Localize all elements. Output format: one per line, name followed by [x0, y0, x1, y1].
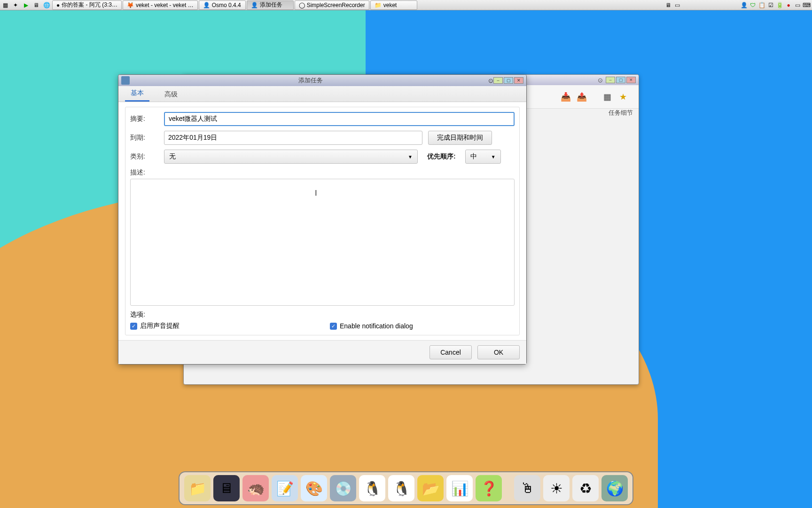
dialog-titlebar[interactable]: 添加任务 ⊙ – ▢ ✕ [118, 75, 526, 86]
minimize-button[interactable]: – [493, 77, 503, 84]
folder-icon: 📁 [375, 2, 382, 8]
sys-icon-2[interactable]: ▶ [22, 1, 30, 9]
dock-help-icon[interactable]: ❓ [476, 475, 502, 501]
star-icon[interactable]: ★ [617, 91, 629, 103]
dock-linux-icon[interactable]: 🐧 [388, 475, 414, 501]
description-textarea[interactable]: Ⅰ [130, 179, 515, 306]
priority-select[interactable]: 中 ▼ [465, 150, 501, 164]
dock-mouse-icon[interactable]: 🖱 [514, 475, 540, 501]
shield-icon[interactable]: 🛡 [749, 1, 757, 9]
description-label: 描述: [130, 168, 158, 177]
taskbar-app-2[interactable]: 👤Osmo 0.4.4 [199, 0, 246, 10]
close-button[interactable]: ✕ [626, 77, 636, 83]
keyboard-icon[interactable]: ⌨ [803, 1, 810, 9]
dialog-title: 添加任务 [133, 76, 488, 85]
options-label: 选项: [130, 310, 145, 318]
check-icon: ✓ [330, 323, 337, 330]
dock-chart-icon[interactable]: 📊 [446, 475, 473, 501]
app-icon [121, 76, 130, 85]
import-icon[interactable]: 📥 [560, 91, 572, 103]
task-icon[interactable]: ☑ [767, 1, 774, 9]
task-detail-label: 任务细节 [609, 109, 633, 117]
dock-monitor-icon[interactable]: 🖥 [213, 475, 240, 501]
system-tray: 🖥 ▭ 👤 🛡 📋 ☑ 🔋 ● ▭ ⌨ [664, 1, 812, 9]
export-icon[interactable]: 📤 [576, 91, 588, 103]
dock-qq-icon[interactable]: 🐧 [359, 475, 385, 501]
add-task-dialog: 添加任务 ⊙ – ▢ ✕ 基本 高级 摘要: 到期: 完成日期和时间 类别: [118, 74, 527, 365]
dock-pet-icon[interactable]: 🦔 [242, 475, 269, 501]
chevron-down-icon: ▼ [491, 154, 496, 159]
sys-icon-4[interactable]: 🌐 [42, 1, 51, 9]
roll-icon[interactable]: ⊙ [598, 77, 603, 84]
dock-files-icon[interactable]: 📁 [184, 475, 211, 501]
tab-basic[interactable]: 基本 [125, 85, 149, 102]
dock-recycle-icon[interactable]: ♻ [572, 475, 599, 501]
sys-icon-1[interactable]: ✦ [11, 1, 20, 9]
dock: 📁 🖥 🦔 📝 🎨 💿 🐧 🐧 📂 📊 ❓ 🖱 ☀ ♻ 🌍 [179, 471, 633, 505]
ok-button[interactable]: OK [477, 345, 520, 359]
sys-icon-3[interactable]: 🖥 [32, 1, 40, 9]
desktop-switch-icon[interactable]: ▭ [673, 1, 681, 9]
dock-paint-icon[interactable]: 🎨 [301, 475, 327, 501]
notification-checkbox[interactable]: ✓ Enable notification dialog [330, 322, 413, 330]
complete-datetime-button[interactable]: 完成日期和时间 [428, 131, 492, 145]
taskbar: ▦ ✦ ▶ 🖥 🌐 ●你的答案 - 阿冗 (3:3… 🦊veket - veke… [0, 0, 812, 10]
roll-icon[interactable]: ⊙ [488, 77, 493, 84]
volume-icon[interactable]: ▭ [794, 1, 801, 9]
recorder-icon: ◯ [299, 2, 305, 8]
dock-folder-icon[interactable]: 📂 [417, 475, 444, 501]
desktop-switch-icon[interactable]: 🖥 [664, 1, 672, 9]
taskbar-app-3[interactable]: 👤添加任务 [247, 0, 294, 10]
music-icon: ● [56, 2, 60, 8]
taskbar-app-0[interactable]: ●你的答案 - 阿冗 (3:3… [52, 0, 122, 10]
summary-input[interactable] [164, 112, 515, 126]
form-group: 摘要: 到期: 完成日期和时间 类别: 无 ▼ 优先顺序: 中 ▼ [125, 107, 520, 335]
tab-advanced[interactable]: 高级 [159, 87, 183, 102]
summary-label: 摘要: [130, 115, 158, 123]
close-button[interactable]: ✕ [514, 77, 523, 84]
due-label: 到期: [130, 134, 158, 142]
taskbar-app-4[interactable]: ◯SimpleScreenRecorder [295, 0, 369, 10]
record-icon[interactable]: ● [785, 1, 792, 9]
category-select[interactable]: 无 ▼ [164, 150, 418, 164]
clipboard-icon[interactable]: 📋 [758, 1, 765, 9]
taskbar-app-1[interactable]: 🦊veket - veket - veket … [123, 0, 198, 10]
dock-media-icon[interactable]: 💿 [330, 475, 356, 501]
osmo-icon: 👤 [203, 2, 210, 8]
check-icon: ✓ [130, 323, 137, 330]
dock-notes-icon[interactable]: 📝 [272, 475, 298, 501]
dialog-tabs: 基本 高级 [118, 86, 526, 102]
cancel-button[interactable]: Cancel [429, 345, 472, 359]
sound-checkbox[interactable]: ✓ 启用声音提醒 [130, 322, 180, 330]
priority-label: 优先顺序: [427, 152, 456, 161]
user-icon[interactable]: 👤 [740, 1, 748, 9]
dock-brightness-icon[interactable]: ☀ [543, 475, 570, 501]
taskbar-app-5[interactable]: 📁veket [370, 0, 417, 10]
category-label: 类别: [130, 152, 158, 161]
minimize-button[interactable]: – [606, 77, 615, 83]
menu-icon[interactable]: ▦ [1, 1, 9, 9]
maximize-button[interactable]: ▢ [504, 77, 513, 84]
dialog-footer: Cancel OK [118, 340, 526, 364]
firefox-icon: 🦊 [127, 2, 134, 8]
due-input[interactable] [164, 131, 422, 145]
view-icon[interactable]: ▦ [601, 91, 613, 103]
osmo-icon: 👤 [251, 2, 258, 8]
battery-icon[interactable]: 🔋 [776, 1, 783, 9]
text-cursor-icon: Ⅰ [315, 189, 317, 198]
chevron-down-icon: ▼ [408, 154, 413, 159]
dock-globe-icon[interactable]: 🌍 [601, 475, 628, 501]
maximize-button[interactable]: ▢ [616, 77, 625, 83]
